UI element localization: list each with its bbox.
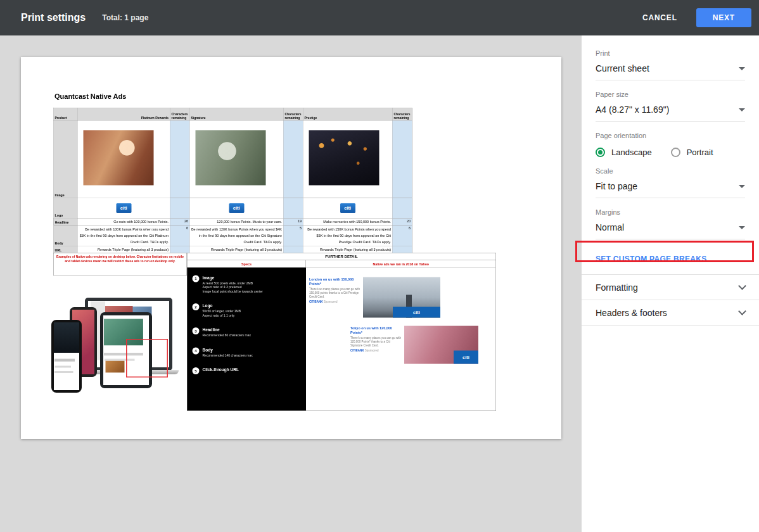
chars-remaining-cell: 19 [284, 218, 303, 225]
set-custom-page-breaks-link[interactable]: SET CUSTOM PAGE BREAKS [596, 250, 745, 269]
ad-sponsor-line: CITIBANK Sponsored [350, 349, 402, 352]
empty-cell [393, 246, 412, 253]
chars-remaining-cell: 5 [284, 225, 303, 246]
row-label-body: Body [54, 225, 78, 246]
print-field: Print Current sheet [596, 49, 745, 80]
chars-remaining-cell: 26 [170, 218, 190, 225]
desktop-restriction-note: Examples of Native ads rendering on desk… [53, 253, 187, 276]
ad-text-block: London on us with 150,000 Points* There'… [309, 277, 363, 318]
print-value: Current sheet [596, 63, 649, 73]
body-cell-signature: Be rewarded with 120K bonus Points when … [190, 225, 284, 246]
spec-item-click-url: 5 Click-through URL [193, 367, 302, 374]
spec-title: Body [203, 348, 253, 353]
dropdown-caret-icon [739, 185, 745, 188]
empty-cell [284, 198, 303, 218]
spec-line: Recommended 80 characters max [203, 333, 251, 338]
print-dropdown[interactable]: Current sheet [596, 61, 745, 80]
further-detail-right-columns: FURTHER DETAIL Specs Native ads we ran i… [187, 253, 496, 411]
spec-number-badge: 1 [193, 276, 200, 282]
ad-sponsored-label: Sponsored [365, 349, 379, 352]
spec-number-badge: 2 [193, 303, 200, 310]
total-pages-label: Total: 1 page [102, 13, 148, 22]
portrait-label: Portrait [687, 148, 713, 157]
ad-body: There's so many places you can go with 1… [309, 288, 360, 299]
phone-mockup-front [51, 320, 82, 393]
orientation-radio-group: Landscape Portrait [596, 148, 745, 157]
further-detail-header: FURTHER DETAIL [187, 253, 496, 260]
spec-line: Recommended 140 characters max [203, 353, 253, 358]
landscape-option[interactable]: Landscape [596, 148, 652, 157]
formatting-label: Formatting [596, 282, 638, 293]
row-label-url: URL [54, 246, 78, 253]
scale-dropdown[interactable]: Fit to page [596, 179, 745, 198]
headline-cell-signature: 120,000 bonus Points. Music to your ears… [190, 218, 284, 225]
logo-cell-platinum: citi [78, 198, 170, 218]
sheet-title: Quantcast Native Ads [54, 92, 126, 101]
headers-footers-section-toggle[interactable]: Headers & footers [582, 300, 759, 326]
dropdown-caret-icon [739, 67, 745, 70]
empty-cell [284, 246, 303, 253]
print-settings-sidebar: Print Current sheet Paper size A4 (8.27"… [582, 35, 759, 532]
col-header-signature: Signature [190, 108, 284, 121]
radio-landscape-icon[interactable] [596, 148, 605, 157]
spec-number-badge: 3 [193, 327, 200, 334]
url-cell-prestige: Rewards Triple Page (featuring all 3 pro… [303, 246, 393, 253]
scale-field: Scale Fit to page [596, 167, 745, 198]
paper-size-field: Paper size A4 (8.27" x 11.69") [596, 91, 745, 122]
col-header-platinum-rewards: Platinum Rewards [78, 108, 170, 121]
citi-logo: citi [340, 203, 355, 213]
col-header-prestige: Prestige [303, 108, 393, 121]
citi-logo: citi [229, 203, 244, 213]
page-title: Print settings [21, 12, 86, 23]
empty-cell [284, 121, 303, 198]
col-header-characters-remaining: Characters remaining [284, 108, 303, 121]
ad-sponsor-line: CITIBANK Sponsored [309, 300, 360, 303]
image-cell-signature [190, 121, 284, 198]
chars-remaining-cell: 6 [170, 225, 190, 246]
spec-title: Click-through URL [203, 367, 239, 372]
ad-image-tokyo: citi [404, 326, 478, 364]
headers-footers-label: Headers & footers [596, 308, 667, 318]
url-cell-platinum: Rewards Triple Page (featuring all 3 pro… [78, 246, 170, 253]
url-cell-signature: Rewards Triple Page (featuring all 3 pro… [190, 246, 284, 253]
further-detail-left-column: Examples of Native ads rendering on desk… [53, 253, 187, 411]
row-label-image: Image [54, 121, 78, 198]
radio-portrait-icon[interactable] [671, 148, 680, 157]
device-mockups [53, 276, 187, 408]
spec-number-badge: 4 [193, 348, 200, 355]
spec-text: Body Recommended 140 characters max [203, 348, 253, 358]
spec-text: Image At least 500 pixels wide, under 2M… [203, 276, 263, 294]
citi-logo: citi [454, 351, 478, 364]
portrait-option[interactable]: Portrait [671, 148, 713, 157]
headline-cell-platinum: Go nuts with 100,000 bonus Points. [78, 218, 170, 225]
ad-image-london: citi [363, 277, 440, 318]
red-highlight-box [126, 339, 168, 377]
col-header-product: Product [54, 108, 78, 121]
cancel-button[interactable]: CANCEL [642, 13, 677, 22]
ad-text-block: Tokyo on us with 120,000 Points* There's… [350, 326, 404, 364]
logo-cell-prestige: citi [303, 198, 393, 218]
spec-item-logo: 2 Logo 50x50 or larger, under 1MB Aspect… [193, 303, 302, 317]
further-detail-body: 1 Image At least 500 pixels wide, under … [187, 268, 496, 411]
next-button[interactable]: NEXT [696, 8, 751, 27]
phone-screen [54, 322, 79, 390]
margins-value: Normal [596, 222, 624, 232]
spec-title: Image [203, 276, 263, 281]
spec-text: Click-through URL [203, 367, 239, 374]
sheet-content: Quantcast Native Ads Product Platinum Re… [21, 57, 561, 439]
further-detail-subheaders: Specs Native ads we ran in 2018 on Yahoo [187, 260, 496, 268]
empty-cell [170, 198, 190, 218]
ad-photo-signature [196, 130, 266, 186]
formatting-section-toggle[interactable]: Formatting [582, 275, 759, 300]
yahoo-ads-panel: London on us with 150,000 Points* There'… [306, 268, 496, 411]
row-label-headline: Headline [54, 218, 78, 225]
spec-text: Logo 50x50 or larger, under 1MB Aspect r… [203, 303, 241, 317]
spec-item-headline: 3 Headline Recommended 80 characters max [193, 327, 302, 338]
image-cell-prestige [303, 121, 393, 198]
chevron-down-icon [738, 307, 746, 315]
print-label: Print [596, 49, 745, 57]
margins-dropdown[interactable]: Normal [596, 220, 745, 239]
paper-size-dropdown[interactable]: A4 (8.27" x 11.69") [596, 102, 745, 122]
col-header-characters-remaining: Characters remaining [393, 108, 412, 121]
chars-remaining-cell: 20 [393, 218, 412, 225]
